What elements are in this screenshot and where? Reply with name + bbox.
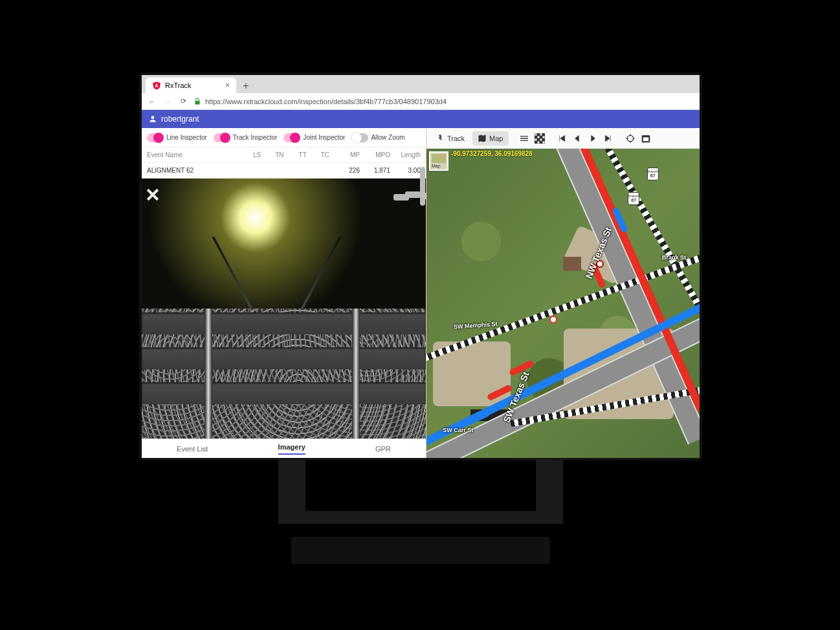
left-bottom-tabs: Event List Imagery GPR: [142, 439, 426, 458]
finish-flag-icon[interactable]: [533, 132, 546, 145]
col-tn: TN: [261, 151, 283, 158]
col-mpo: MPO: [360, 151, 390, 158]
url-bar[interactable]: https://www.rxtrackcloud.com/inspection/…: [193, 98, 694, 105]
col-tt: TT: [284, 151, 307, 158]
cell-length: 3.00: [390, 167, 421, 174]
street-label-carr: SW Carr St: [443, 427, 473, 433]
cell-tt: [284, 167, 307, 174]
angular-icon: [152, 81, 161, 90]
col-event-name: Event Name: [147, 151, 238, 158]
forward-button[interactable]: →: [162, 98, 173, 105]
svg-point-0: [439, 135, 441, 136]
calendar-icon[interactable]: [639, 132, 652, 145]
next-icon[interactable]: [586, 132, 599, 145]
walk-icon: [436, 134, 445, 143]
browser-tab[interactable]: RxTrack ×: [146, 78, 236, 93]
map-type-toggle[interactable]: Map: [429, 151, 448, 171]
route-shield: Branch67: [628, 192, 639, 205]
svg-rect-3: [540, 133, 542, 136]
lock-icon: [193, 98, 201, 105]
back-button[interactable]: ←: [147, 98, 157, 105]
route-shield: Branch67: [647, 168, 659, 180]
username: robertgrant: [161, 114, 199, 124]
reload-button[interactable]: ⟳: [178, 97, 188, 105]
svg-rect-6: [535, 138, 537, 141]
locate-icon[interactable]: [624, 132, 637, 145]
svg-point-10: [627, 135, 633, 141]
street-label-brank: Brank St: [662, 254, 686, 261]
svg-rect-7: [540, 138, 542, 141]
new-tab-button[interactable]: +: [239, 79, 253, 93]
cell-event-name: ALIGNMENT 62: [147, 167, 238, 174]
svg-rect-4: [537, 136, 540, 138]
cell-tc: [307, 167, 329, 174]
url-text: https://www.rxtrackcloud.com/inspection/…: [205, 98, 447, 105]
joint-inspector-toggle[interactable]: Joint Inspector: [283, 133, 345, 142]
cell-tn: [261, 167, 283, 174]
col-ls: LS: [238, 151, 261, 158]
tab-event-list[interactable]: Event List: [177, 445, 208, 453]
allow-zoom-label: Allow Zoom: [371, 134, 404, 141]
allow-zoom-toggle[interactable]: Allow Zoom: [351, 133, 404, 142]
close-icon[interactable]: ×: [225, 81, 230, 90]
track-scan-image[interactable]: [142, 309, 426, 439]
scrollbar[interactable]: [420, 167, 425, 206]
person-icon: [148, 114, 157, 124]
satellite-map[interactable]: Branch67 Branch67 NW Texas St SW Texas S…: [426, 149, 700, 458]
tab-title: RxTrack: [165, 81, 192, 89]
track-inspector-label: Track Inspector: [233, 134, 278, 141]
track-mode-button[interactable]: Track: [430, 131, 470, 146]
col-length: Length: [390, 151, 421, 158]
prev-icon[interactable]: [571, 132, 584, 145]
cell-mp: 226: [329, 167, 360, 174]
col-mp: MP: [329, 151, 360, 158]
skip-last-icon[interactable]: [602, 132, 615, 145]
cell-ls: [238, 167, 261, 174]
svg-rect-9: [542, 141, 545, 144]
inspector-toolbar: Line Inspector Track Inspector Joint Ins…: [142, 128, 426, 147]
tab-gpr[interactable]: GPR: [375, 445, 391, 453]
skip-first-icon[interactable]: [555, 132, 568, 145]
map-toolbar: Track Map: [426, 128, 700, 149]
map-label: Map: [489, 135, 503, 142]
svg-rect-12: [643, 137, 648, 142]
svg-rect-2: [535, 133, 537, 136]
map-icon: [478, 134, 487, 143]
track-inspector-toggle[interactable]: Track Inspector: [214, 133, 278, 142]
map-coordinates: -90.97327259, 36.09169828: [451, 150, 533, 157]
svg-rect-8: [537, 141, 540, 144]
svg-rect-5: [542, 136, 545, 138]
forward-camera-image[interactable]: [142, 179, 426, 309]
joint-inspector-label: Joint Inspector: [303, 134, 345, 141]
crossing-icon: [146, 188, 160, 202]
layers-icon[interactable]: [518, 132, 531, 145]
app-header: robertgrant: [142, 110, 700, 128]
events-table-header: Event Name LS TN TT TC MP MPO Length: [142, 147, 426, 163]
track-label: Track: [447, 135, 465, 142]
table-row[interactable]: ALIGNMENT 62 226 1,871 3.00: [142, 163, 426, 179]
cell-mpo: 1,871: [360, 167, 390, 174]
col-tc: TC: [307, 151, 329, 158]
tab-imagery[interactable]: Imagery: [278, 443, 305, 455]
line-inspector-toggle[interactable]: Line Inspector: [147, 133, 207, 142]
browser-tab-strip: RxTrack × +: [142, 75, 700, 93]
map-mode-button[interactable]: Map: [472, 131, 508, 146]
map-marker[interactable]: [549, 316, 557, 323]
line-inspector-label: Line Inspector: [166, 134, 207, 141]
browser-toolbar: ← → ⟳ https://www.rxtrackcloud.com/inspe…: [142, 93, 700, 110]
